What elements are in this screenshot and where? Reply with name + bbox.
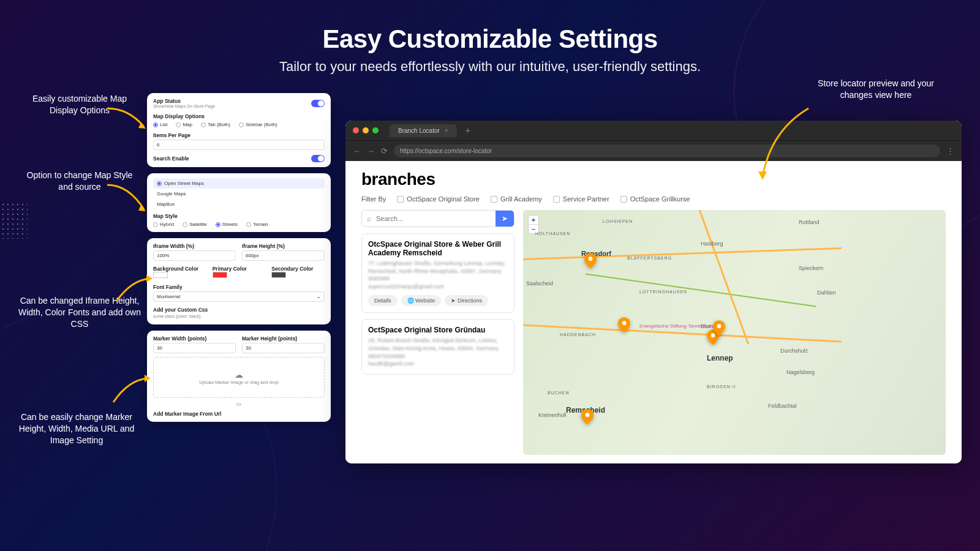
map-label: Rottland <box>799 219 820 225</box>
chevron-down-icon: ⌄ <box>317 294 321 299</box>
font-family-select[interactable]: Montserrat⌄ <box>153 291 325 302</box>
marker-width-input[interactable]: 30 <box>153 343 236 353</box>
filter-original-store[interactable]: OctSpace Original Store <box>397 195 480 203</box>
radio-hybrid[interactable]: Hybrid <box>153 222 174 227</box>
items-per-page-label: Items Per Page <box>153 132 325 138</box>
radio-list[interactable]: List <box>153 122 167 127</box>
browser-preview: Branch Locator× + ← → ⟳ https://octspace… <box>345 121 962 463</box>
store-address: 77, Lüttringhauser Straße, Gemarkung Len… <box>368 260 508 275</box>
browser-tab[interactable]: Branch Locator× <box>390 124 457 137</box>
page-subtitle: Tailor to your needs effortlessly with o… <box>0 59 980 75</box>
svg-point-3 <box>717 324 722 328</box>
iframe-width-label: Iframe Width (%) <box>153 243 236 249</box>
font-family-label: Font Family <box>153 284 325 290</box>
app-status-toggle[interactable] <box>311 100 325 107</box>
items-per-page-input[interactable]: 6 <box>153 140 325 150</box>
close-icon[interactable]: × <box>445 127 448 134</box>
map-marker-icon[interactable] <box>618 317 630 333</box>
search-enable-toggle[interactable] <box>311 155 325 162</box>
arrow-icon <box>753 105 815 185</box>
map-label: Spieckern <box>799 265 823 271</box>
iframe-width-input[interactable]: 100% <box>153 250 236 261</box>
map-marker-icon[interactable] <box>713 320 725 336</box>
svg-point-0 <box>589 257 593 261</box>
zoom-in-button[interactable]: + <box>529 216 538 225</box>
bg-color-label: Background Color <box>153 266 206 272</box>
menu-icon[interactable]: ⋮ <box>946 146 954 156</box>
radio-streets[interactable]: Streets <box>216 222 238 227</box>
map-marker-icon[interactable] <box>584 253 597 269</box>
store-phone: 980475200889 <box>368 353 508 361</box>
map-marker-icon[interactable] <box>581 409 594 425</box>
details-button[interactable]: Details <box>368 295 398 306</box>
or-divider: Or <box>153 402 325 407</box>
search-enable-label: Search Enable <box>153 156 189 162</box>
map-label: HOLTHAUSEN <box>535 231 570 236</box>
map-label: BLAFFERTSBERG <box>627 256 672 260</box>
traffic-light-minimize-icon[interactable] <box>363 127 369 133</box>
store-email: supercool22manju@gmail.com <box>368 283 508 291</box>
radio-tab[interactable]: Tab (Both) <box>201 122 230 127</box>
search-icon: ⌕ <box>362 211 376 227</box>
page-title: Easy Customizable Settings <box>0 24 980 54</box>
store-email: haudk@gamil.com <box>368 360 508 368</box>
provider-osm[interactable]: Open Street Maps <box>153 178 325 189</box>
panel-display-options: App Status Show/Hide Maps On Store Page … <box>147 93 331 167</box>
back-icon[interactable]: ← <box>353 146 361 156</box>
upload-marker-area[interactable]: ☁ Upload Marker Image or drag and drop <box>153 357 325 398</box>
new-tab-button[interactable]: + <box>466 126 470 135</box>
radio-map[interactable]: Map <box>176 122 192 127</box>
radio-sidebar[interactable]: Sidebar (Both) <box>239 122 277 127</box>
marker-height-input[interactable]: 30 <box>242 343 325 353</box>
store-name: OctSpace Original Store Gründau <box>368 326 508 334</box>
map-label: LÜTTRINGHAUSEN <box>639 290 687 294</box>
filter-service-partner[interactable]: Service Partner <box>553 195 609 203</box>
panel-iframe-style: Iframe Width (%) 100% Iframe Height (%) … <box>147 238 331 324</box>
store-address: 18, Robert-Bosch-Straße, Kinzigtal-Zentr… <box>368 337 508 352</box>
map-label: Evangelische Stiftung Tannenhof <box>639 323 710 329</box>
store-card[interactable]: OtcSpace Original Store & Weber Grill Ac… <box>361 233 514 313</box>
custom-css-input[interactable]: some-class {color: black} <box>153 313 325 320</box>
store-card[interactable]: OctSpace Original Store Gründau 18, Robe… <box>361 319 514 374</box>
forward-icon[interactable]: → <box>367 146 375 156</box>
secondary-color-label: Secondary Color <box>271 266 325 272</box>
marker-height-label: Marker Height (points) <box>242 335 325 342</box>
map-label: Saalscheid <box>526 280 553 287</box>
url-bar[interactable]: https://octspace.com/store-locator <box>394 144 940 157</box>
map-label: Dahlien <box>817 290 836 296</box>
primary-color-label: Primary Color <box>213 266 266 272</box>
directions-button[interactable]: ➤ Directions <box>445 295 488 306</box>
secondary-color-swatch[interactable] <box>271 272 286 278</box>
provider-mapbox[interactable]: MapBox <box>153 199 325 209</box>
svg-point-1 <box>622 321 627 325</box>
map-style-label: Map Style <box>153 213 325 219</box>
map-preview[interactable]: + − 1 1 1 1 Ronsdorf Le <box>523 210 946 455</box>
traffic-light-close-icon[interactable] <box>353 127 359 133</box>
filter-by-label: Filter By <box>361 195 386 203</box>
locate-button[interactable]: ➤ <box>496 211 514 227</box>
custom-css-label: Add your Custom Css <box>153 307 325 313</box>
traffic-light-maximize-icon[interactable] <box>372 127 379 133</box>
store-name: OtcSpace Original Store & Weber Grill Ac… <box>368 240 508 257</box>
map-label: LOHSIEPEN <box>603 219 633 223</box>
map-label: BUCHEN <box>548 391 570 395</box>
cloud-upload-icon: ☁ <box>166 370 312 380</box>
iframe-height-input[interactable]: 600px <box>242 250 325 261</box>
map-label: BIRGDEN II <box>707 384 736 389</box>
panel-marker: Marker Width (points) 30 Marker Height (… <box>147 331 331 422</box>
iframe-height-label: Iframe Height (%) <box>242 243 325 249</box>
radio-satellite[interactable]: Satellite <box>183 222 206 227</box>
filter-grillkurse[interactable]: OctSpace Grillkurse <box>620 195 690 203</box>
callout-marker: Can be easily change Marker Height, Widt… <box>18 411 135 446</box>
website-button[interactable]: 🌐 Website <box>401 295 442 306</box>
primary-color-swatch[interactable] <box>213 272 227 278</box>
app-status-sublabel: Show/Hide Maps On Store Page <box>153 104 215 108</box>
filter-grill-academy[interactable]: Grill Academy <box>491 195 542 203</box>
reload-icon[interactable]: ⟳ <box>381 146 388 156</box>
map-label: Lennep <box>707 354 733 362</box>
provider-google[interactable]: Google Maps <box>153 189 325 199</box>
radio-terrain[interactable]: Terrain <box>246 222 268 227</box>
search-input-wrap: ⌕ ➤ <box>361 210 514 227</box>
search-input[interactable] <box>376 211 496 227</box>
map-label: HADDENBACH <box>560 332 596 337</box>
